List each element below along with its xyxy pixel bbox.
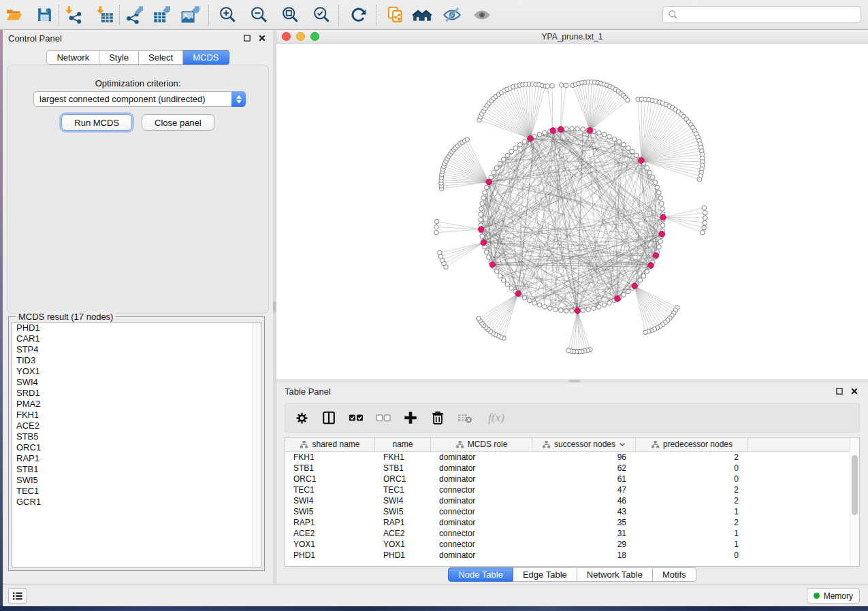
delete-table-button[interactable] (457, 410, 473, 426)
table-row[interactable]: SWI5SWI5connector431 (285, 506, 859, 517)
tab-motifs[interactable]: Motifs (653, 567, 696, 582)
mcds-result-item[interactable]: ACE2 (12, 420, 261, 431)
cell: 29 (532, 540, 636, 549)
zoom-out-button[interactable] (248, 5, 269, 25)
table-row[interactable]: ORC1ORC1dominator610 (285, 474, 859, 484)
zoom-selected-button[interactable] (311, 5, 332, 25)
network-graph-canvas[interactable] (276, 44, 868, 379)
cell: 1 (636, 529, 748, 538)
zoom-fit-button[interactable] (280, 5, 300, 25)
mcds-result-item[interactable]: STP4 (12, 344, 261, 355)
table-row[interactable]: PHD1PHD1dominator180 (285, 550, 859, 561)
show-all-button[interactable] (472, 5, 492, 25)
run-mcds-button[interactable]: Run MCDS (61, 114, 132, 131)
first-neighbors-button[interactable] (412, 5, 432, 25)
open-file-button[interactable] (4, 5, 25, 25)
table-settings-button[interactable] (293, 410, 310, 426)
tab-node-table[interactable]: Node Table (448, 567, 513, 582)
tab-select[interactable]: Select (139, 50, 183, 65)
mcds-result-item[interactable]: SWI4 (12, 377, 261, 388)
mcds-result-item[interactable]: CAR1 (12, 333, 261, 344)
tab-edge-table[interactable]: Edge Table (513, 567, 577, 582)
mcds-result-item[interactable]: TEC1 (12, 486, 261, 497)
mcds-result-item[interactable]: YOX1 (12, 366, 261, 377)
table-panel: Table Panel (276, 383, 868, 584)
copy-style-button[interactable] (385, 5, 405, 25)
cell: 62 (532, 463, 636, 473)
network-window-titlebar[interactable]: YPA_prune.txt_1 (276, 30, 868, 44)
close-panel-button[interactable] (849, 386, 860, 397)
export-network-icon (125, 5, 144, 24)
delete-column-button[interactable] (430, 410, 446, 426)
save-session-button[interactable] (34, 5, 54, 25)
memory-button[interactable]: Memory (807, 588, 860, 604)
export-network-button[interactable] (124, 5, 144, 25)
scrollbar-thumb[interactable] (852, 455, 858, 515)
export-table-button[interactable] (151, 5, 172, 25)
table-scrollbar[interactable] (850, 437, 859, 566)
import-table-icon (96, 5, 114, 24)
cell: connector (431, 485, 532, 495)
cell: 96 (532, 452, 636, 462)
sort-desc-icon (619, 442, 626, 447)
import-table-button[interactable] (95, 5, 115, 25)
tab-network-table[interactable]: Network Table (577, 567, 653, 582)
cell: dominator (431, 452, 532, 462)
mcds-result-item[interactable]: PMA2 (12, 399, 261, 410)
search-box[interactable] (662, 6, 861, 23)
table-row[interactable]: YOX1YOX1connector291 (285, 539, 859, 550)
export-image-button[interactable] (180, 5, 200, 25)
mcds-result-item[interactable]: STB5 (12, 431, 261, 442)
column-header-successor-nodes[interactable]: successor nodes (532, 437, 636, 451)
cell: 2 (636, 485, 748, 495)
select-all-button[interactable] (348, 410, 364, 426)
table-row[interactable]: TEC1TEC1connector472 (285, 484, 859, 495)
mcds-result-item[interactable]: SWI5 (12, 475, 261, 486)
function-builder-button[interactable]: f(x) (484, 410, 509, 426)
table-row[interactable]: SWI4SWI4dominator462 (285, 495, 859, 506)
import-network-button[interactable] (63, 5, 84, 25)
desktop-wallpaper-bottom (0, 606, 868, 611)
table-row[interactable]: RAP1RAP1dominator352 (285, 517, 859, 528)
hide-selected-button[interactable] (442, 5, 462, 25)
table-row[interactable]: STB1STB1dominator620 (285, 463, 859, 474)
divider-handle[interactable] (569, 380, 580, 382)
optimization-criterion-select[interactable]: largest connected component (undirected) (33, 91, 246, 107)
combo-stepper-icon (231, 91, 246, 107)
result-list-scrollbar[interactable] (253, 323, 261, 567)
table-row[interactable]: ACE2ACE2connector311 (285, 528, 859, 539)
mcds-result-item[interactable]: SRD1 (12, 388, 261, 399)
mcds-result-item[interactable]: GCR1 (12, 497, 261, 508)
refresh-button[interactable] (349, 5, 369, 25)
mcds-result-item[interactable]: PHD1 (12, 323, 261, 333)
mcds-result-item[interactable]: STB1 (12, 464, 261, 475)
column-header-predecessor-nodes[interactable]: predecessor nodes (636, 437, 748, 451)
tab-mcds[interactable]: MCDS (183, 50, 229, 65)
mcds-result-item[interactable]: ORC1 (12, 442, 261, 453)
column-header-MCDS-role[interactable]: MCDS role (431, 437, 532, 451)
tab-network[interactable]: Network (46, 50, 99, 65)
float-panel-button[interactable] (242, 33, 253, 44)
column-header-name[interactable]: name (375, 437, 431, 451)
cell: SWI4 (375, 496, 431, 506)
zoom-in-button[interactable] (217, 5, 238, 25)
column-header-shared-name[interactable]: shared name (285, 437, 375, 451)
mcds-result-item[interactable]: FKH1 (12, 410, 261, 420)
deselect-all-icon (375, 410, 391, 426)
fx-icon: f(x) (488, 411, 504, 425)
show-columns-button[interactable] (321, 410, 337, 426)
zoom-out-icon (250, 5, 268, 24)
cell: connector (431, 540, 532, 549)
float-panel-button[interactable] (834, 386, 845, 397)
add-column-button[interactable] (402, 410, 419, 426)
search-input[interactable] (678, 10, 856, 20)
close-panel-action-button[interactable]: Close panel (142, 114, 214, 131)
cell: dominator (431, 496, 532, 506)
show-panels-menu-button[interactable] (8, 588, 27, 604)
mcds-result-item[interactable]: RAP1 (12, 453, 261, 464)
tab-style[interactable]: Style (99, 50, 139, 65)
table-row[interactable]: FKH1FKH1dominator962 (285, 452, 859, 463)
deselect-all-button[interactable] (375, 410, 391, 426)
mcds-result-item[interactable]: TID3 (12, 355, 261, 366)
close-panel-button[interactable] (257, 33, 268, 44)
